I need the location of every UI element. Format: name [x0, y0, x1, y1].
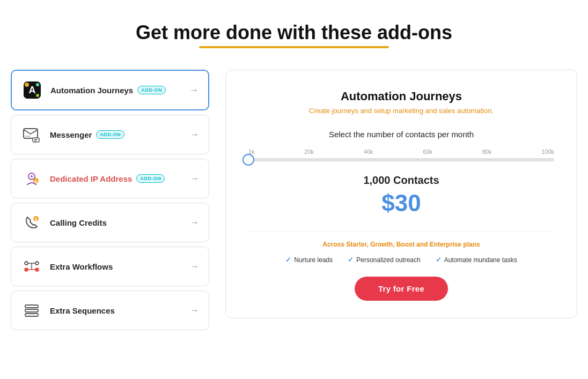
- features-row: ✓ Nurture leads ✓ Personalized outreach …: [247, 256, 555, 264]
- svg-point-13: [31, 175, 33, 177]
- try-for-free-button[interactable]: Try for Free: [355, 277, 448, 301]
- svg-rect-5: [24, 129, 38, 138]
- tick-80k: 80k: [482, 148, 492, 155]
- arrow-icon-automation-journeys: →: [189, 85, 199, 96]
- svg-rect-28: [25, 309, 38, 312]
- addon-label-messenger: Messenger ADD-ON: [50, 130, 124, 139]
- addon-badge-dedicated-ip: ADD-ON: [136, 174, 165, 183]
- svg-rect-27: [25, 305, 38, 308]
- feature-label-2: Personalized outreach: [356, 256, 420, 264]
- svg-rect-29: [25, 314, 38, 316]
- svg-rect-9: [33, 138, 39, 142]
- page-title: Get more done with these add-ons: [136, 21, 452, 48]
- addon-item-calling-credits[interactable]: $ Calling Credits →: [11, 203, 209, 242]
- svg-point-18: [25, 262, 28, 265]
- arrow-icon-messenger: →: [189, 129, 199, 140]
- addon-label-extra-sequences: Extra Sequences: [50, 306, 115, 315]
- plans-note: Across Starter, Growth, Boost and Enterp…: [247, 241, 555, 248]
- addon-label-dedicated-ip: Dedicated IP Address ADD-ON: [50, 174, 165, 183]
- svg-text:$: $: [35, 179, 38, 184]
- svg-point-21: [35, 268, 39, 271]
- check-icon-1: ✓: [285, 256, 291, 264]
- automation-journeys-icon: A: [21, 79, 43, 101]
- extra-workflows-icon: [21, 256, 42, 277]
- arrow-icon-extra-workflows: →: [189, 261, 199, 272]
- arrow-icon-extra-sequences: →: [189, 305, 199, 316]
- contacts-count: 1,000 Contacts: [247, 174, 555, 187]
- svg-point-3: [36, 83, 39, 86]
- arrow-icon-dedicated-ip: →: [189, 173, 199, 184]
- dedicated-ip-icon: $: [21, 168, 42, 189]
- svg-text:$: $: [35, 217, 38, 222]
- arrow-icon-calling-credits: →: [189, 217, 199, 228]
- addon-badge-automation-journeys: ADD-ON: [137, 86, 166, 94]
- feature-nurture-leads: ✓ Nurture leads: [285, 256, 333, 264]
- slider-label: Select the number of contacts per month: [247, 130, 555, 139]
- feature-personalized-outreach: ✓ Personalized outreach: [348, 256, 420, 264]
- tick-40k: 40k: [364, 148, 373, 155]
- svg-line-6: [24, 130, 31, 134]
- tick-100k: 100k: [541, 148, 554, 155]
- slider-ticks: 1k 20k 40k 60k 80k 100k: [247, 148, 555, 155]
- addon-label-calling-credits: Calling Credits: [50, 218, 107, 227]
- addon-list: A Automation Journeys ADD-ON →: [11, 70, 209, 330]
- feature-label-3: Automate mundane tasks: [444, 256, 517, 264]
- addon-item-extra-workflows[interactable]: Extra Workflows →: [11, 247, 209, 286]
- addon-badge-messenger: ADD-ON: [96, 130, 124, 139]
- extra-sequences-icon: [21, 300, 42, 321]
- addon-item-messenger[interactable]: Messenger ADD-ON →: [11, 115, 209, 154]
- addon-label-automation-journeys: Automation Journeys ADD-ON: [50, 86, 166, 95]
- slider-thumb[interactable]: [242, 154, 254, 166]
- tick-20k: 20k: [304, 148, 314, 155]
- slider-wrap[interactable]: [247, 158, 555, 161]
- slider-track: [248, 158, 554, 161]
- check-icon-3: ✓: [436, 256, 442, 264]
- slider-section: 1k 20k 40k 60k 80k 100k: [247, 148, 555, 161]
- feature-automate-mundane: ✓ Automate mundane tasks: [436, 256, 517, 264]
- detail-title: Automation Journeys: [247, 90, 555, 103]
- addon-item-dedicated-ip[interactable]: $ Dedicated IP Address ADD-ON →: [11, 159, 209, 198]
- svg-point-19: [25, 268, 28, 271]
- detail-subtitle: Create journeys and setup marketing and …: [247, 107, 555, 115]
- addon-item-extra-sequences[interactable]: Extra Sequences →: [11, 291, 209, 330]
- svg-line-7: [31, 130, 38, 134]
- detail-panel: Automation Journeys Create journeys and …: [225, 70, 577, 318]
- divider: [247, 232, 555, 232]
- feature-label-1: Nurture leads: [294, 256, 333, 264]
- svg-point-4: [36, 94, 39, 97]
- svg-point-2: [25, 83, 29, 87]
- addon-item-automation-journeys[interactable]: A Automation Journeys ADD-ON →: [11, 70, 209, 110]
- calling-credits-icon: $: [21, 212, 42, 233]
- svg-text:A: A: [29, 85, 36, 95]
- contacts-price: $30: [247, 190, 555, 217]
- plans-note-highlight: Boost and Enterprise plans: [396, 241, 480, 248]
- svg-point-20: [35, 262, 39, 265]
- tick-60k: 60k: [423, 148, 432, 155]
- check-icon-2: ✓: [348, 256, 354, 264]
- addon-label-extra-workflows: Extra Workflows: [50, 262, 113, 271]
- messenger-icon: [21, 124, 42, 145]
- svg-rect-8: [25, 136, 31, 137]
